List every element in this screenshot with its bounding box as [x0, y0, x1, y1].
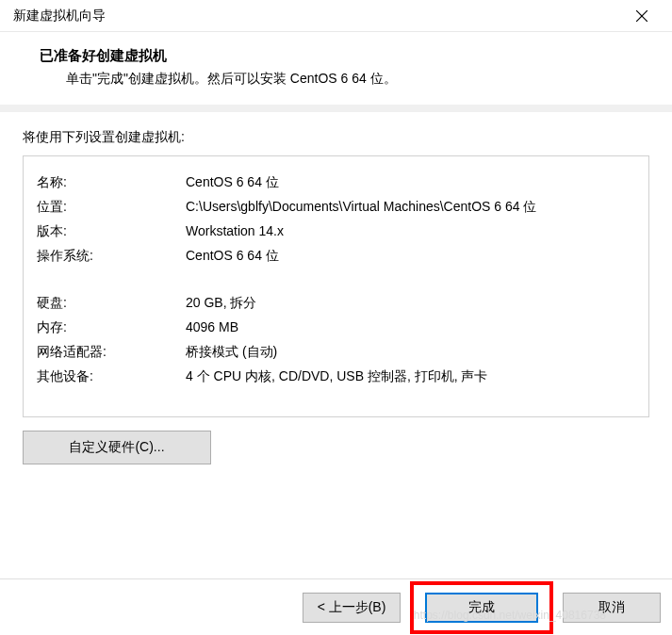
setting-value: 桥接模式 (自动): [186, 339, 637, 364]
setting-value: CentOS 6 64 位: [186, 170, 637, 194]
settings-summary-box: 名称: CentOS 6 64 位 位置: C:\Users\gblfy\Doc…: [23, 155, 649, 417]
wizard-footer: < 上一步(B) 完成 取消: [0, 578, 672, 635]
close-icon: [636, 10, 647, 22]
setting-key: 名称:: [37, 170, 186, 194]
setting-value: Workstation 14.x: [186, 219, 637, 243]
finish-highlight: 完成: [410, 581, 553, 634]
setting-value: 4 个 CPU 内核, CD/DVD, USB 控制器, 打印机, 声卡: [186, 364, 637, 388]
customize-hardware-button[interactable]: 自定义硬件(C)...: [23, 431, 211, 464]
setting-key: 操作系统:: [37, 243, 186, 268]
setting-value: C:\Users\gblfy\Documents\Virtual Machine…: [186, 194, 637, 219]
setting-key: 其他设备:: [37, 364, 186, 388]
wizard-header: 已准备好创建虚拟机 单击"完成"创建虚拟机。然后可以安装 CentOS 6 64…: [0, 32, 672, 105]
finish-button[interactable]: 完成: [425, 593, 538, 623]
header-description: 单击"完成"创建虚拟机。然后可以安装 CentOS 6 64 位。: [40, 71, 627, 88]
setting-row-version: 版本: Workstation 14.x: [37, 219, 637, 243]
setting-row-disk: 硬盘: 20 GB, 拆分: [37, 290, 637, 315]
row-gap: [37, 268, 637, 290]
setting-value: 20 GB, 拆分: [186, 290, 637, 315]
setting-row-location: 位置: C:\Users\gblfy\Documents\Virtual Mac…: [37, 194, 637, 219]
setting-key: 版本:: [37, 219, 186, 243]
header-title: 已准备好创建虚拟机: [40, 47, 627, 65]
content-section: 将使用下列设置创建虚拟机: 名称: CentOS 6 64 位 位置: C:\U…: [0, 112, 672, 464]
setting-row-memory: 内存: 4096 MB: [37, 315, 637, 339]
close-button[interactable]: [623, 3, 661, 29]
back-button[interactable]: < 上一步(B): [303, 593, 401, 623]
setting-key: 位置:: [37, 194, 186, 219]
setting-key: 网络适配器:: [37, 339, 186, 364]
setting-row-other: 其他设备: 4 个 CPU 内核, CD/DVD, USB 控制器, 打印机, …: [37, 364, 637, 388]
divider: [0, 105, 672, 112]
window-title: 新建虚拟机向导: [13, 8, 106, 24]
titlebar: 新建虚拟机向导: [0, 0, 672, 32]
setting-key: 硬盘:: [37, 290, 186, 315]
setting-value: 4096 MB: [186, 315, 637, 339]
settings-intro: 将使用下列设置创建虚拟机:: [23, 129, 649, 146]
setting-row-name: 名称: CentOS 6 64 位: [37, 170, 637, 194]
cancel-button[interactable]: 取消: [563, 593, 661, 623]
setting-row-os: 操作系统: CentOS 6 64 位: [37, 243, 637, 268]
setting-value: CentOS 6 64 位: [186, 243, 637, 268]
setting-key: 内存:: [37, 315, 186, 339]
setting-row-network: 网络适配器: 桥接模式 (自动): [37, 339, 637, 364]
